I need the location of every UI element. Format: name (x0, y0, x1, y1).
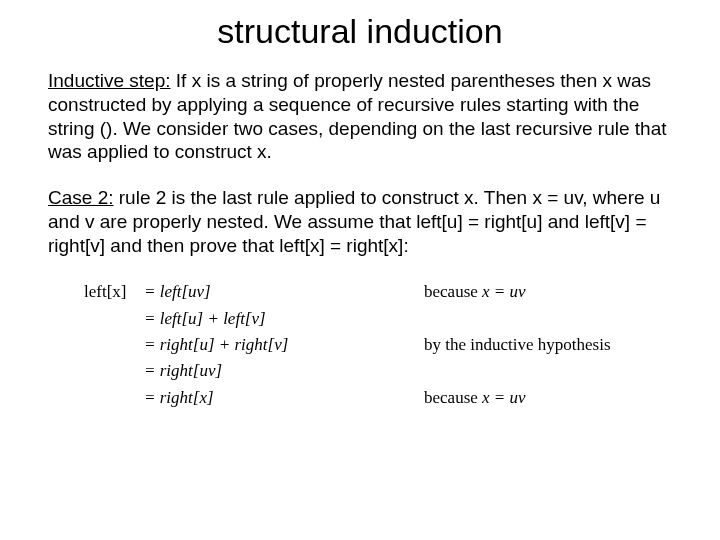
case2-paragraph: Case 2: rule 2 is the last rule applied … (48, 186, 672, 257)
proof-reason: by the inductive hypothesis (344, 332, 672, 358)
proof-eq: = left[u] + left[v] (144, 306, 344, 332)
proof-row: = right[u] + right[v] by the inductive h… (84, 332, 672, 358)
proof-row: left[x] = left[uv] because x = uv (84, 279, 672, 305)
slide: structural induction Inductive step: If … (0, 0, 720, 540)
inductive-step-label: Inductive step: (48, 70, 171, 91)
proof-eq: = right[u] + right[v] (144, 332, 344, 358)
inductive-step-paragraph: Inductive step: If x is a string of prop… (48, 69, 672, 164)
proof-eq: = right[uv] (144, 358, 344, 384)
case2-label: Case 2: (48, 187, 113, 208)
slide-title: structural induction (48, 12, 672, 51)
proof-row: = left[u] + left[v] (84, 306, 672, 332)
case2-text: rule 2 is the last rule applied to const… (48, 187, 660, 256)
proof-row: = right[x] because x = uv (84, 385, 672, 411)
proof-eq: = left[uv] (144, 279, 344, 305)
proof-reason: because x = uv (344, 385, 672, 411)
proof-row: = right[uv] (84, 358, 672, 384)
proof-reason: because x = uv (344, 279, 672, 305)
proof-lhs: left[x] (84, 279, 144, 305)
proof-block: left[x] = left[uv] because x = uv = left… (84, 279, 672, 411)
proof-eq: = right[x] (144, 385, 344, 411)
